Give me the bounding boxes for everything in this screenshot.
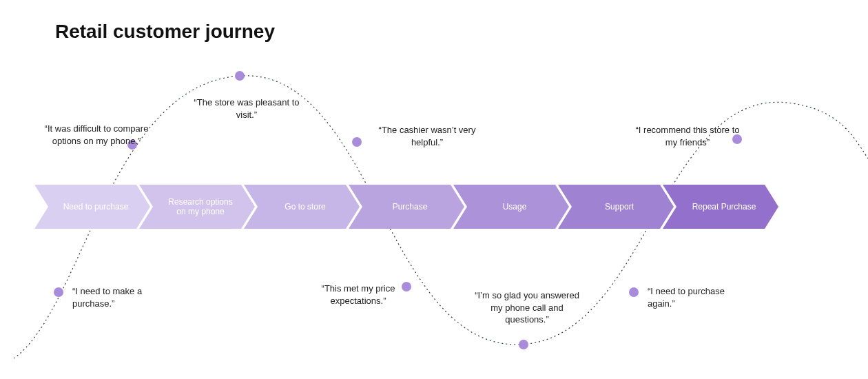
quote-compare: “It was difficult to compare options on … <box>41 123 152 147</box>
journey-stages-row: Need to purchase Research options on my … <box>34 185 778 229</box>
journey-stage-label: Support <box>605 202 634 212</box>
journey-stage: Research options on my phone <box>139 185 255 229</box>
journey-stage-label: Go to store <box>285 202 325 212</box>
journey-stage: Purchase <box>349 185 464 229</box>
journey-dot <box>54 287 63 297</box>
journey-stage-label: Research options on my phone <box>163 197 238 217</box>
journey-stage-label: Purchase <box>393 202 428 212</box>
quote-recommend: “I recommend this store to my friends” <box>632 124 743 148</box>
journey-stage: Go to store <box>244 185 360 229</box>
journey-stage: Usage <box>453 185 569 229</box>
quote-purchase-again: “I need to purchase again.” <box>648 285 744 309</box>
journey-stage-label: Usage <box>503 202 527 212</box>
journey-stage: Support <box>558 185 674 229</box>
quote-price: “This met my price expectations.” <box>303 283 413 307</box>
journey-dot <box>629 287 639 297</box>
quote-need-purchase: “I need to make a purchase.” <box>72 285 169 309</box>
quote-cashier: “The cashier wasn’t very helpful.” <box>372 124 482 148</box>
journey-dot <box>235 71 245 81</box>
journey-stage-label: Repeat Purchase <box>692 202 756 212</box>
journey-dot <box>352 137 362 147</box>
quote-glad-phone: “I’m so glad you answered my phone call … <box>468 289 586 326</box>
journey-stage: Need to purchase <box>34 185 150 229</box>
journey-dot <box>519 340 528 349</box>
journey-stage-label: Need to purchase <box>63 202 129 212</box>
journey-diagram: “It was difficult to compare options on … <box>0 0 868 379</box>
quote-store-pleasant: “The store was pleasant to visit.” <box>192 96 302 121</box>
journey-stage: Repeat Purchase <box>663 185 778 229</box>
